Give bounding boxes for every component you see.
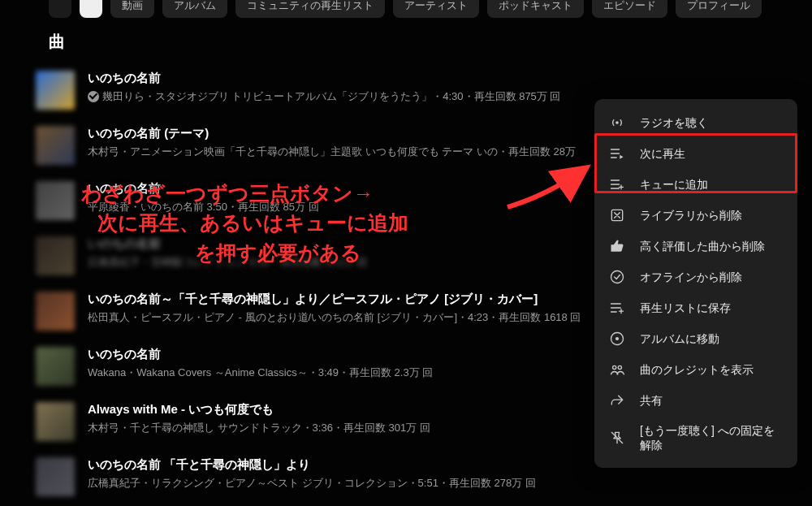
chip[interactable]: 動画 xyxy=(110,0,154,18)
verified-badge-icon xyxy=(88,91,99,102)
credits-icon xyxy=(609,361,625,378)
menu-item-radio[interactable]: ラジオを聴く xyxy=(594,107,797,138)
svg-point-6 xyxy=(618,365,621,369)
unpin-icon xyxy=(609,430,625,446)
section-title-songs: 曲 xyxy=(0,23,812,64)
menu-item-album[interactable]: アルバムに移動 xyxy=(594,323,797,354)
menu-item-playlist-add[interactable]: 再生リストに保存 xyxy=(594,292,797,323)
menu-item-label: アルバムに移動 xyxy=(640,331,783,346)
svg-point-2 xyxy=(611,271,624,283)
svg-point-5 xyxy=(613,365,616,369)
menu-item-unpin[interactable]: [もう一度聴く] への固定を解除 xyxy=(594,416,797,460)
context-menu: ラジオを聴く次に再生キューに追加ライブラリから削除高く評価した曲から削除オフライ… xyxy=(594,99,797,468)
song-thumbnail xyxy=(36,181,75,220)
menu-item-label: キューに追加 xyxy=(640,177,783,192)
chip[interactable]: エピソード xyxy=(592,0,667,18)
chip[interactable] xyxy=(80,0,102,18)
chip[interactable]: コミュニティの再生リスト xyxy=(235,0,385,18)
chip[interactable]: ポッドキャスト xyxy=(487,0,584,18)
song-thumbnail xyxy=(36,347,75,386)
menu-item-label: オフラインから削除 xyxy=(640,270,783,284)
menu-item-play-next[interactable]: 次に再生 xyxy=(594,138,797,169)
queue-icon xyxy=(609,176,625,192)
svg-point-4 xyxy=(615,337,619,340)
menu-item-credits[interactable]: 曲のクレジットを表示 xyxy=(594,354,797,385)
chip[interactable] xyxy=(49,0,71,18)
chip[interactable]: プロフィール xyxy=(676,0,762,18)
song-thumbnail xyxy=(36,236,75,275)
library-remove-icon xyxy=(609,207,625,223)
menu-item-label: ライブラリから削除 xyxy=(640,208,783,223)
menu-item-label: ラジオを聴く xyxy=(640,115,783,130)
song-thumbnail xyxy=(36,457,75,496)
thumb-up-icon xyxy=(609,238,625,254)
menu-item-label: 高く評価した曲から削除 xyxy=(640,239,783,253)
menu-item-label: 共有 xyxy=(640,393,783,408)
menu-item-thumb-up[interactable]: 高く評価した曲から削除 xyxy=(594,231,797,262)
menu-item-label: 曲のクレジットを表示 xyxy=(640,362,783,377)
menu-item-label: 再生リストに保存 xyxy=(640,301,783,315)
play-next-icon xyxy=(609,145,625,162)
menu-item-label: [もう一度聴く] への固定を解除 xyxy=(640,423,783,452)
song-subtitle: 広橋真紀子・リラクシング・ピアノ～ベスト ジブリ・コレクション・5:51・再生回… xyxy=(88,476,799,491)
offline-remove-icon xyxy=(609,269,625,285)
album-icon xyxy=(609,331,625,347)
chip[interactable]: アルバム xyxy=(162,0,227,18)
share-icon xyxy=(609,392,625,409)
menu-item-label: 次に再生 xyxy=(640,146,783,161)
menu-item-offline-remove[interactable]: オフラインから削除 xyxy=(594,262,797,292)
song-thumbnail xyxy=(36,402,75,441)
menu-item-queue[interactable]: キューに追加 xyxy=(594,169,797,200)
radio-icon xyxy=(609,115,625,131)
song-thumbnail xyxy=(36,126,75,165)
song-thumbnail xyxy=(36,292,75,331)
song-thumbnail xyxy=(36,71,75,110)
filter-chips: 動画 アルバム コミュニティの再生リスト アーティスト ポッドキャスト エピソー… xyxy=(0,0,812,23)
menu-item-share[interactable]: 共有 xyxy=(594,385,797,416)
menu-item-library-remove[interactable]: ライブラリから削除 xyxy=(594,200,797,231)
chip[interactable]: アーティスト xyxy=(393,0,479,18)
song-title: いのちの名前 xyxy=(88,71,799,86)
svg-point-0 xyxy=(615,121,619,124)
playlist-add-icon xyxy=(609,300,625,316)
